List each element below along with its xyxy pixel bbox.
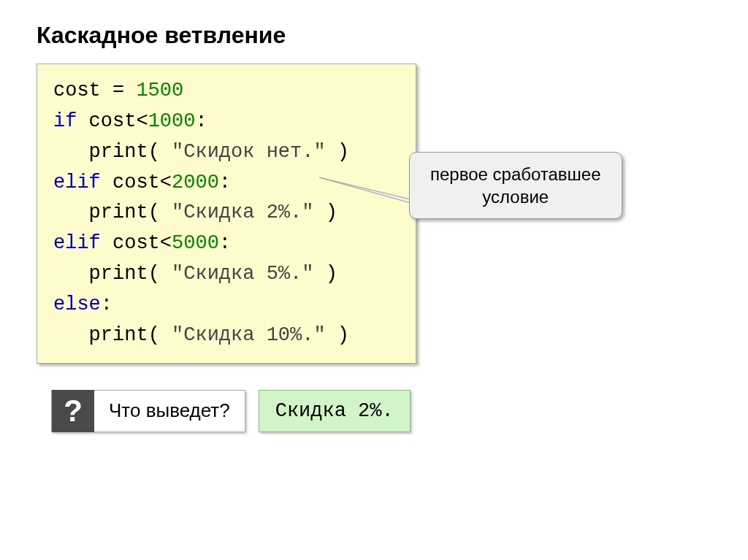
paren: ): [313, 202, 337, 223]
string-literal: "Скидка 5%.": [172, 263, 313, 285]
code-line-7: print( "Скидка 5%." ): [53, 259, 400, 290]
keyword-elif: elif: [53, 232, 101, 254]
colon: :: [219, 232, 231, 254]
keyword-elif: elif: [53, 172, 101, 193]
operator: =: [101, 80, 137, 101]
identifier: cost: [77, 110, 136, 132]
paren: (: [148, 141, 172, 163]
paren: (: [148, 324, 172, 346]
callout-line-1: первое сработавшее: [430, 163, 601, 185]
colon: :: [195, 110, 207, 132]
paren: ): [313, 263, 337, 285]
identifier: cost: [53, 80, 101, 101]
paren: (: [148, 202, 172, 223]
code-line-1: cost = 1500: [53, 76, 400, 107]
code-line-5: print( "Скидка 2%." ): [53, 198, 400, 229]
string-literal: "Скидка 2%.": [172, 202, 313, 223]
code-line-4: elif cost<2000:: [53, 168, 400, 199]
operator: <: [136, 110, 148, 132]
identifier: print: [53, 141, 148, 163]
question-mark-icon: ?: [52, 390, 94, 432]
string-literal: "Скидка 10%.": [172, 324, 326, 346]
colon: :: [219, 172, 231, 193]
question-text: Что выведет?: [94, 399, 245, 422]
callout-box: первое сработавшее условие: [409, 152, 622, 219]
code-line-8: else:: [53, 290, 400, 321]
number-literal: 2000: [172, 172, 219, 193]
paren: (: [148, 263, 172, 285]
paren: ): [326, 141, 349, 163]
code-line-2: if cost<1000:: [53, 107, 400, 137]
keyword-if: if: [53, 110, 77, 132]
identifier: cost: [101, 232, 160, 254]
keyword-else: else: [53, 294, 101, 315]
question-row: ? Что выведет? Скидка 2%.: [51, 390, 719, 432]
identifier: cost: [101, 172, 160, 193]
string-literal: "Скидок нет.": [172, 141, 326, 163]
identifier: print: [53, 263, 148, 285]
number-literal: 5000: [172, 232, 219, 254]
identifier: print: [53, 324, 148, 346]
number-literal: 1500: [136, 80, 183, 101]
number-literal: 1000: [148, 110, 196, 132]
paren: ): [326, 324, 349, 346]
operator: <: [160, 232, 172, 254]
slide-title: Каскадное ветвление: [37, 22, 719, 49]
colon: :: [101, 294, 112, 315]
code-line-9: print( "Скидка 10%." ): [53, 321, 400, 351]
code-block: cost = 1500 if cost<1000: print( "Скидок…: [37, 64, 416, 364]
code-line-3: print( "Скидок нет." ): [53, 137, 400, 168]
answer-box: Скидка 2%.: [259, 390, 411, 432]
identifier: print: [53, 202, 148, 223]
question-box: ? Что выведет?: [51, 390, 245, 432]
callout-line-2: условие: [430, 185, 601, 208]
code-line-6: elif cost<5000:: [53, 229, 400, 259]
operator: <: [160, 172, 172, 193]
